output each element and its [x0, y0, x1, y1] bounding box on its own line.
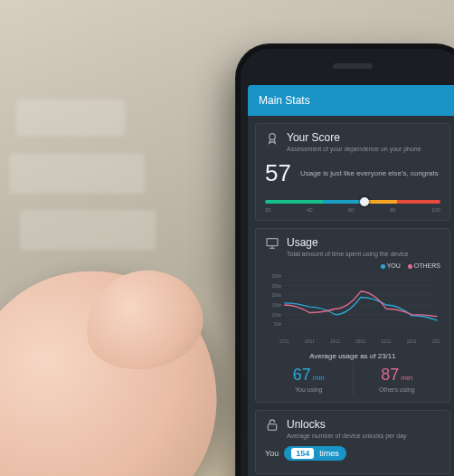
svg-text:200m: 200m — [272, 293, 282, 298]
avg-others: 87min Others using — [353, 364, 441, 395]
svg-text:23/11: 23/11 — [432, 339, 440, 344]
page-title: Main Stats — [248, 85, 454, 116]
unlocks-you-unit: times — [319, 449, 339, 458]
svg-text:150m: 150m — [272, 303, 282, 308]
unlocks-title: Unlocks — [287, 418, 407, 431]
hand-thumb — [0, 239, 250, 476]
phone-frame: Main Stats Your Score Assessment of your… — [235, 43, 454, 476]
svg-point-0 — [270, 134, 276, 140]
score-message: Usage is just like everyone else's, cong… — [300, 169, 439, 177]
phone-speaker — [333, 63, 373, 69]
svg-text:19/11: 19/11 — [330, 339, 340, 344]
svg-text:250m: 250m — [272, 283, 282, 288]
svg-text:18/11: 18/11 — [305, 339, 315, 344]
unlocks-subtitle: Average number of device unlocks per day — [287, 433, 407, 439]
svg-rect-21 — [268, 424, 276, 431]
score-value: 57 — [265, 159, 291, 187]
svg-rect-1 — [267, 239, 278, 246]
unlocks-you-value: 154 — [291, 448, 314, 459]
monitor-icon — [265, 236, 279, 251]
svg-text:100m: 100m — [272, 312, 282, 317]
unlocks-you-pill: 154 times — [284, 446, 346, 461]
avg-you: 67min You using — [265, 364, 353, 395]
score-card[interactable]: Your Score Assessment of your dependence… — [255, 123, 450, 221]
lock-icon — [265, 418, 279, 433]
score-bar-ticks: 20406080100 — [265, 207, 440, 213]
phone-screen: Main Stats Your Score Assessment of your… — [248, 85, 454, 476]
svg-text:21/11: 21/11 — [382, 339, 392, 344]
chart-legend: YOU OTHERS — [265, 262, 440, 269]
usage-title: Usage — [287, 236, 409, 249]
score-bar[interactable] — [265, 200, 440, 204]
score-bar-knob[interactable] — [360, 197, 369, 206]
usage-subtitle: Total amount of time spent using the dev… — [287, 251, 409, 257]
svg-text:20/11: 20/11 — [355, 339, 365, 344]
usage-chart: 50m100m150m200m250m300m17/1118/1119/1120… — [265, 272, 440, 345]
unlocks-you-label: You — [265, 449, 284, 458]
score-title: Your Score — [287, 131, 421, 144]
svg-text:50m: 50m — [274, 322, 282, 327]
score-subtitle: Assessment of your dependence on your ph… — [287, 146, 421, 152]
svg-text:300m: 300m — [272, 274, 282, 279]
usage-card[interactable]: Usage Total amount of time spent using t… — [255, 228, 450, 403]
scene: Main Stats Your Score Assessment of your… — [0, 0, 454, 476]
svg-text:17/11: 17/11 — [279, 339, 289, 344]
avg-usage-header: Average usage as of 23/11 — [265, 352, 440, 360]
unlocks-card[interactable]: Unlocks Average number of device unlocks… — [255, 410, 450, 474]
badge-icon — [265, 131, 279, 146]
svg-text:22/11: 22/11 — [407, 339, 417, 344]
